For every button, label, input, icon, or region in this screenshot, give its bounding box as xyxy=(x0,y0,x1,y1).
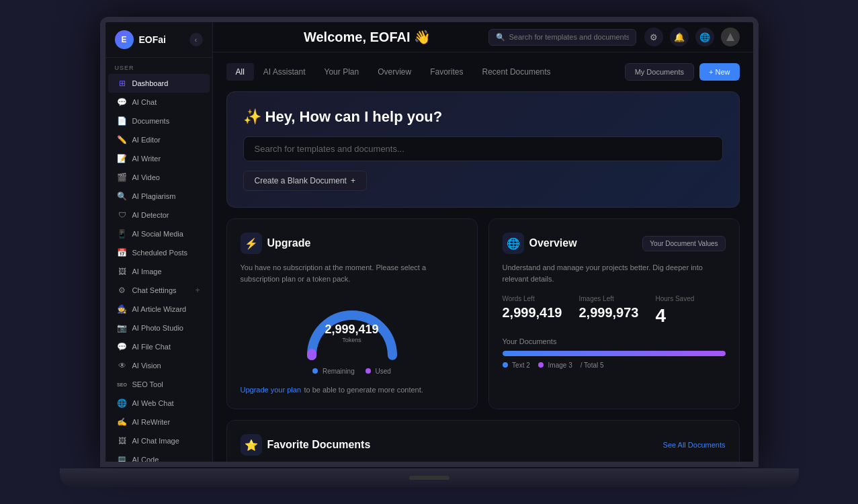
ai-image-icon: 🖼 xyxy=(118,267,127,276)
tab-overview[interactable]: Overview xyxy=(368,63,421,81)
seo-tool-icon: SEO xyxy=(118,380,127,389)
sidebar-item-scheduled-posts[interactable]: 📅 Scheduled Posts xyxy=(108,243,210,262)
sidebar-collapse-button[interactable]: ‹ xyxy=(189,33,203,46)
hero-search-bar[interactable]: Search for templates and documents... xyxy=(243,136,723,161)
content-area: All AI Assistant Your Plan Overview Favo… xyxy=(213,52,753,462)
topbar: Welcome, EOFAI 👋 🔍 ⚙ 🔔 🌐 xyxy=(213,22,753,52)
fav-title-row: ⭐ Favorite Documents xyxy=(241,434,371,456)
sidebar-item-article-wizard[interactable]: 🧙 AI Article Wizard xyxy=(108,300,210,319)
total-legend: / Total 5 xyxy=(581,362,604,369)
file-chat-icon: 💬 xyxy=(118,342,127,351)
sidebar-item-file-chat[interactable]: 💬 AI File Chat xyxy=(108,337,210,356)
images-left-label: Images Left xyxy=(579,295,649,302)
sidebar-item-ai-image[interactable]: 🖼 AI Image xyxy=(108,262,210,281)
sidebar-item-label: AI Editor xyxy=(132,136,161,144)
notifications-button[interactable]: 🔔 xyxy=(670,28,689,46)
see-all-documents-link[interactable]: See All Documents xyxy=(663,441,726,449)
favorite-icon: ⭐ xyxy=(241,434,262,456)
used-dot xyxy=(366,368,371,374)
sidebar-item-ai-vision[interactable]: 👁 AI Vision xyxy=(108,356,210,375)
hero-search-text: Search for templates and documents... xyxy=(255,144,404,154)
sidebar-item-label: Scheduled Posts xyxy=(132,249,188,257)
sidebar-item-ai-video[interactable]: 🎬 AI Video xyxy=(108,168,210,187)
ai-editor-icon: ✏️ xyxy=(118,135,127,144)
sidebar-item-label: AI Plagiarism xyxy=(132,192,176,200)
upgrade-icon: ⚡ xyxy=(241,233,262,254)
images-left-stat: Images Left 2,999,973 xyxy=(579,295,649,327)
language-button[interactable]: 🌐 xyxy=(695,28,714,46)
upgrade-subtitle: You have no subscription at the moment. … xyxy=(241,262,464,284)
tab-favorites[interactable]: Favorites xyxy=(421,63,472,81)
ai-plagiarism-icon: 🔍 xyxy=(118,192,127,201)
sidebar-item-ai-editor[interactable]: ✏️ AI Editor xyxy=(108,130,210,149)
image-dot xyxy=(538,362,544,368)
topbar-search[interactable]: 🔍 xyxy=(488,29,636,46)
sidebar-item-ai-code[interactable]: 💻 AI Code xyxy=(108,450,210,462)
overview-icon: 🌐 xyxy=(503,233,524,254)
sidebar-item-ai-chat[interactable]: 💬 AI Chat xyxy=(108,93,210,112)
sidebar-item-label: AI ReWriter xyxy=(132,418,171,426)
overview-title: Overview xyxy=(529,237,577,249)
sidebar-item-label: Documents xyxy=(132,117,170,125)
tab-your-plan[interactable]: Your Plan xyxy=(315,63,369,81)
article-wizard-icon: 🧙 xyxy=(118,304,127,314)
ai-writer-icon: 📝 xyxy=(118,154,127,163)
sidebar-item-label: Dashboard xyxy=(132,79,169,87)
chat-settings-icon: ⚙ xyxy=(118,286,127,295)
tab-recent-documents[interactable]: Recent Documents xyxy=(473,63,560,81)
sidebar-item-ai-writer[interactable]: 📝 AI Writer xyxy=(108,149,210,168)
sidebar-section-label: USER xyxy=(105,58,212,74)
sidebar-item-documents[interactable]: 📄 Documents xyxy=(108,112,210,130)
sidebar-item-chat-settings[interactable]: ⚙ Chat Settings + xyxy=(108,281,210,300)
overview-subtitle: Understand and manage your projects bett… xyxy=(503,262,726,284)
gauge-center: 2,999,419 Tokens xyxy=(325,323,378,343)
sidebar-item-ai-plagiarism[interactable]: 🔍 AI Plagiarism xyxy=(108,187,210,206)
hours-saved-stat: Hours Saved 4 xyxy=(656,295,726,327)
tab-ai-assistant[interactable]: AI Assistant xyxy=(254,63,315,81)
sidebar-item-seo-tool[interactable]: SEO SEO Tool xyxy=(108,375,210,394)
sidebar-item-label: SEO Tool xyxy=(132,380,163,388)
settings-button[interactable]: ⚙ xyxy=(644,28,663,46)
tab-actions: My Documents + New xyxy=(625,63,740,81)
sidebar-item-ai-social-media[interactable]: 📱 AI Social Media xyxy=(108,224,210,243)
sidebar-item-label: Chat Settings xyxy=(132,286,177,294)
upgrade-link[interactable]: Upgrade your plan xyxy=(241,386,302,394)
create-blank-doc-button[interactable]: Create a Blank Document + xyxy=(243,171,367,191)
logo-text: EOFai xyxy=(139,34,166,45)
docs-progress-bar xyxy=(503,351,726,356)
remaining-dot xyxy=(312,368,318,374)
remaining-label: Remaining xyxy=(323,368,355,375)
sidebar-item-label: AI Detector xyxy=(132,211,169,219)
photo-studio-icon: 📷 xyxy=(118,323,127,333)
sidebar-item-photo-studio[interactable]: 📷 AI Photo Studio xyxy=(108,319,210,337)
avatar[interactable] xyxy=(721,28,740,46)
sidebar-item-label: AI Social Media xyxy=(132,230,183,238)
sidebar-item-rewriter[interactable]: ✍ AI ReWriter xyxy=(108,413,210,431)
sidebar-item-label: AI Writer xyxy=(132,155,161,163)
gauge-label: Tokens xyxy=(325,337,378,343)
chat-settings-plus-icon[interactable]: + xyxy=(195,286,200,295)
search-input[interactable] xyxy=(509,33,629,41)
blank-doc-label: Create a Blank Document xyxy=(255,176,347,185)
stats-grid: Words Left 2,999,419 Images Left 2,999,9… xyxy=(503,295,726,327)
ai-detector-icon: 🛡 xyxy=(118,210,127,220)
image-legend: Image 3 xyxy=(538,362,572,369)
tab-bar: All AI Assistant Your Plan Overview Favo… xyxy=(226,63,740,81)
fav-title: Favorite Documents xyxy=(267,439,371,451)
dashboard-icon: ⊞ xyxy=(118,79,127,88)
sidebar-item-chat-image[interactable]: 🖼 AI Chat Image xyxy=(108,431,210,450)
sidebar-item-dashboard[interactable]: ⊞ Dashboard xyxy=(108,74,210,93)
overview-card-header: 🌐 Overview Your Document Values xyxy=(503,233,726,254)
tab-all[interactable]: All xyxy=(226,63,254,81)
sidebar-item-label: AI Photo Studio xyxy=(132,324,183,332)
ai-video-icon: 🎬 xyxy=(118,173,127,182)
used-legend: Used xyxy=(366,368,391,375)
upgrade-gauge: 2,999,419 Tokens xyxy=(298,295,406,362)
your-document-values-button[interactable]: Your Document Values xyxy=(642,236,725,251)
sidebar-item-ai-detector[interactable]: 🛡 AI Detector xyxy=(108,206,210,224)
my-documents-button[interactable]: My Documents xyxy=(625,63,694,81)
sidebar-item-web-chat[interactable]: 🌐 AI Web Chat xyxy=(108,394,210,413)
scheduled-posts-icon: 📅 xyxy=(118,248,127,257)
words-left-stat: Words Left 2,999,419 xyxy=(503,295,572,327)
new-button[interactable]: + New xyxy=(699,63,740,81)
